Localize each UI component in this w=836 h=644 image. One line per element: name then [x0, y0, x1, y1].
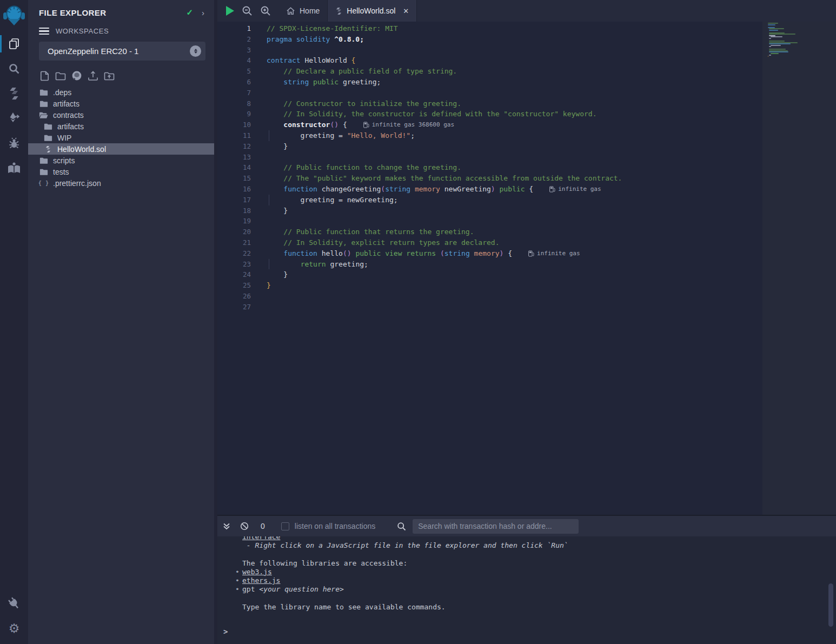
line-number[interactable]: 9 [217, 109, 251, 119]
tab-helloworld-sol[interactable]: HelloWorld.sol ✕ [327, 0, 417, 22]
debugger-icon[interactable] [0, 131, 28, 156]
line-number[interactable]: 4 [217, 55, 251, 66]
code-line-26[interactable] [251, 291, 836, 302]
listen-checkbox[interactable] [281, 522, 289, 530]
line-number[interactable]: 16 [217, 184, 251, 195]
search-icon[interactable] [0, 56, 28, 81]
terminal-link[interactable]: interface [242, 536, 280, 541]
code-line-1[interactable]: // SPDX-License-Identifier: MIT [251, 23, 836, 34]
learneth-icon[interactable] [0, 156, 28, 181]
line-number[interactable]: 24 [217, 269, 251, 280]
remix-logo-icon[interactable] [0, 0, 28, 31]
code-line-13[interactable] [251, 152, 836, 163]
code-line-4[interactable]: contract HelloWorld { [251, 55, 836, 66]
code-line-23[interactable]: return greeting; [251, 259, 836, 270]
code-line-25[interactable]: } [251, 280, 836, 291]
code-line-27[interactable] [251, 302, 836, 313]
code-line-21[interactable]: // In Solidity, explicit return types ar… [251, 237, 836, 248]
line-number[interactable]: 11 [217, 130, 251, 141]
code-line-16[interactable]: function changeGreeting(string memory ne… [251, 184, 836, 195]
code-line-10[interactable]: constructor() {infinite gas 368600 gas [251, 119, 836, 130]
line-number[interactable]: 25 [217, 280, 251, 291]
line-number[interactable]: 22 [217, 248, 251, 259]
line-number[interactable]: 8 [217, 98, 251, 109]
code-line-7[interactable] [251, 88, 836, 98]
new-folder-icon[interactable] [55, 70, 66, 81]
run-script-button[interactable] [226, 6, 234, 16]
new-file-icon[interactable] [39, 70, 50, 81]
line-number[interactable]: 12 [217, 141, 251, 152]
tree-item--prettierrc-json[interactable]: { }.prettierrc.json [28, 177, 214, 189]
line-number[interactable]: 15 [217, 173, 251, 184]
deploy-and-run-icon[interactable] [0, 106, 28, 131]
tree-item-contracts[interactable]: contracts [28, 109, 214, 121]
solidity-compiler-icon[interactable] [0, 81, 28, 106]
code-line-2[interactable]: pragma solidity ^0.8.0; [251, 34, 836, 45]
line-number[interactable]: 1 [217, 23, 251, 34]
line-number[interactable]: 19 [217, 216, 251, 227]
code-line-24[interactable]: } [251, 269, 836, 280]
tree-item-helloworld-sol[interactable]: HelloWorld.sol [28, 143, 214, 155]
code-line-11[interactable]: greeting = "Hello, World!"; [251, 130, 836, 141]
tree-item-artifacts[interactable]: artifacts [28, 121, 214, 132]
code-line-20[interactable]: // Public function that returns the gree… [251, 227, 836, 237]
line-number[interactable]: 3 [217, 45, 251, 56]
clear-console-icon[interactable] [240, 522, 249, 530]
file-explorer-icon[interactable] [0, 31, 28, 56]
workspace-ok-check-icon[interactable]: ✓ [186, 8, 193, 17]
code-line-19[interactable] [251, 216, 836, 227]
zoom-in-icon[interactable] [260, 5, 271, 16]
line-number[interactable]: 10 [217, 119, 251, 130]
code-line-17[interactable]: greeting = newGreeting; [251, 195, 836, 205]
line-number[interactable]: 5 [217, 66, 251, 77]
transaction-search-input[interactable] [413, 519, 579, 534]
line-number[interactable]: 23 [217, 259, 251, 270]
workspaces-menu-icon[interactable] [39, 28, 49, 35]
code-line-3[interactable] [251, 45, 836, 56]
terminal-link[interactable]: ethers.js [242, 576, 280, 585]
code-line-6[interactable]: string public greeting; [251, 77, 836, 88]
line-number[interactable]: 6 [217, 77, 251, 88]
code-line-9[interactable]: // In Solidity, the constructor is defin… [251, 109, 836, 119]
code-line-15[interactable]: // The "public" keyword makes the functi… [251, 173, 836, 184]
line-number[interactable]: 26 [217, 291, 251, 302]
tree-item-artifacts[interactable]: artifacts [28, 98, 214, 109]
line-number[interactable]: 20 [217, 227, 251, 237]
code-line-22[interactable]: function hello() public view returns (st… [251, 248, 836, 259]
line-number[interactable]: 21 [217, 237, 251, 248]
minimap[interactable] [768, 23, 818, 60]
chevron-right-icon[interactable]: › [202, 8, 204, 17]
tree-item--deps[interactable]: .deps [28, 87, 214, 98]
code-line-12[interactable]: } [251, 141, 836, 152]
listen-toggle[interactable]: listen on all transactions [281, 522, 375, 530]
workspace-switch-icon[interactable] [190, 45, 201, 57]
code-editor[interactable]: 1234567891011121314151617181920212223242… [217, 22, 836, 515]
upload-file-icon[interactable] [88, 70, 98, 81]
line-number[interactable]: 17 [217, 195, 251, 205]
code-line-14[interactable]: // Public function to change the greetin… [251, 162, 836, 173]
collapse-terminal-icon[interactable] [223, 522, 230, 530]
zoom-out-icon[interactable] [242, 5, 253, 16]
line-number[interactable]: 7 [217, 88, 251, 98]
code-line-18[interactable]: } [251, 205, 836, 216]
code-line-8[interactable]: // Constructor to initialize the greetin… [251, 98, 836, 109]
terminal-prompt[interactable]: > [223, 627, 836, 636]
tree-item-wip[interactable]: WIP [28, 132, 214, 143]
tree-item-tests[interactable]: tests [28, 166, 214, 177]
line-number[interactable]: 2 [217, 34, 251, 45]
code-area[interactable]: // SPDX-License-Identifier: MITpragma so… [251, 22, 836, 515]
line-number[interactable]: 27 [217, 302, 251, 313]
workspace-select[interactable]: OpenZeppelin ERC20 - 1 [39, 42, 205, 61]
terminal-scrollbar-thumb[interactable] [828, 583, 833, 627]
tree-item-scripts[interactable]: scripts [28, 155, 214, 166]
code-line-5[interactable]: // Declare a public field of type string… [251, 66, 836, 77]
line-number[interactable]: 13 [217, 152, 251, 163]
upload-folder-icon[interactable] [104, 70, 115, 81]
line-number[interactable]: 14 [217, 162, 251, 173]
tab-home[interactable]: Home [278, 0, 327, 22]
terminal-link[interactable]: web3.js [242, 568, 272, 576]
line-number[interactable]: 18 [217, 205, 251, 216]
close-tab-icon[interactable]: ✕ [403, 7, 409, 15]
clone-github-icon[interactable] [71, 70, 82, 81]
settings-icon[interactable]: ⚙ [0, 616, 28, 641]
